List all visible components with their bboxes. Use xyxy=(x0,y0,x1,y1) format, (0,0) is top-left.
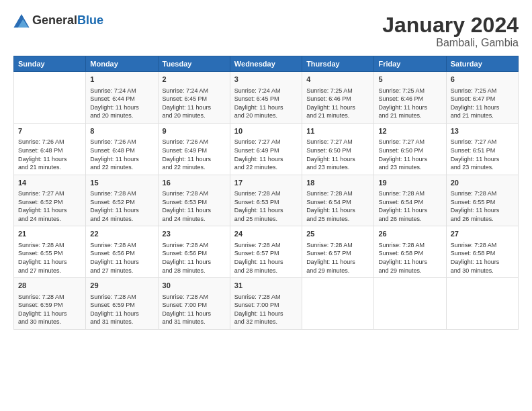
calendar-cell: 23Sunrise: 7:28 AM Sunset: 6:56 PM Dayli… xyxy=(158,226,230,278)
day-info: Sunrise: 7:28 AM Sunset: 6:57 PM Dayligh… xyxy=(306,241,369,275)
day-number: 14 xyxy=(18,178,81,188)
day-info: Sunrise: 7:28 AM Sunset: 6:59 PM Dayligh… xyxy=(18,293,81,326)
logo-blue: Blue xyxy=(77,13,103,27)
day-number: 29 xyxy=(90,281,153,291)
header-monday: Monday xyxy=(86,56,158,72)
header-tuesday: Tuesday xyxy=(158,56,230,72)
calendar-cell: 27Sunrise: 7:28 AM Sunset: 6:58 PM Dayli… xyxy=(446,226,518,278)
header-row: Sunday Monday Tuesday Wednesday Thursday… xyxy=(14,56,519,72)
calendar-cell xyxy=(446,278,518,330)
calendar-cell: 18Sunrise: 7:28 AM Sunset: 6:54 PM Dayli… xyxy=(302,175,374,226)
header-wednesday: Wednesday xyxy=(230,56,302,72)
day-info: Sunrise: 7:28 AM Sunset: 6:55 PM Dayligh… xyxy=(451,189,514,223)
calendar-cell: 19Sunrise: 7:28 AM Sunset: 6:54 PM Dayli… xyxy=(374,175,446,226)
calendar-week-3: 14Sunrise: 7:27 AM Sunset: 6:52 PM Dayli… xyxy=(14,175,519,226)
day-info: Sunrise: 7:28 AM Sunset: 6:58 PM Dayligh… xyxy=(451,241,514,275)
day-number: 1 xyxy=(90,75,153,85)
calendar-table: Sunday Monday Tuesday Wednesday Thursday… xyxy=(13,56,519,330)
calendar-title: January 2024 xyxy=(382,13,519,37)
calendar-cell: 31Sunrise: 7:28 AM Sunset: 7:00 PM Dayli… xyxy=(230,278,302,330)
day-number: 18 xyxy=(306,178,369,188)
logo: GeneralBlue xyxy=(13,13,103,28)
calendar-cell: 12Sunrise: 7:27 AM Sunset: 6:50 PM Dayli… xyxy=(374,123,446,175)
day-info: Sunrise: 7:28 AM Sunset: 7:00 PM Dayligh… xyxy=(234,293,298,326)
header: GeneralBlue January 2024 Bambali, Gambia xyxy=(13,13,519,49)
calendar-week-2: 7Sunrise: 7:26 AM Sunset: 6:48 PM Daylig… xyxy=(14,123,519,175)
day-info: Sunrise: 7:28 AM Sunset: 6:54 PM Dayligh… xyxy=(306,189,369,223)
calendar-week-4: 21Sunrise: 7:28 AM Sunset: 6:55 PM Dayli… xyxy=(14,226,519,278)
day-info: Sunrise: 7:28 AM Sunset: 6:56 PM Dayligh… xyxy=(163,241,226,275)
day-info: Sunrise: 7:24 AM Sunset: 6:45 PM Dayligh… xyxy=(234,87,298,120)
day-number: 24 xyxy=(234,229,298,239)
calendar-cell: 10Sunrise: 7:27 AM Sunset: 6:49 PM Dayli… xyxy=(230,123,302,175)
day-info: Sunrise: 7:26 AM Sunset: 6:48 PM Dayligh… xyxy=(90,138,153,171)
title-block: January 2024 Bambali, Gambia xyxy=(382,13,519,49)
header-thursday: Thursday xyxy=(302,56,374,72)
day-info: Sunrise: 7:27 AM Sunset: 6:51 PM Dayligh… xyxy=(451,138,514,171)
calendar-cell: 11Sunrise: 7:27 AM Sunset: 6:50 PM Dayli… xyxy=(302,123,374,175)
day-info: Sunrise: 7:28 AM Sunset: 6:52 PM Dayligh… xyxy=(90,189,153,223)
calendar-cell: 7Sunrise: 7:26 AM Sunset: 6:48 PM Daylig… xyxy=(14,123,86,175)
calendar-cell: 20Sunrise: 7:28 AM Sunset: 6:55 PM Dayli… xyxy=(446,175,518,226)
day-number: 5 xyxy=(378,75,441,85)
day-number: 12 xyxy=(378,126,441,136)
calendar-body: 1Sunrise: 7:24 AM Sunset: 6:44 PM Daylig… xyxy=(14,72,519,330)
day-number: 21 xyxy=(18,229,81,239)
day-number: 6 xyxy=(451,75,514,85)
calendar-cell: 25Sunrise: 7:28 AM Sunset: 6:57 PM Dayli… xyxy=(302,226,374,278)
day-info: Sunrise: 7:25 AM Sunset: 6:47 PM Dayligh… xyxy=(451,87,514,120)
day-info: Sunrise: 7:28 AM Sunset: 6:58 PM Dayligh… xyxy=(378,241,441,275)
day-number: 27 xyxy=(451,229,514,239)
day-number: 31 xyxy=(234,281,298,291)
calendar-cell: 9Sunrise: 7:26 AM Sunset: 6:49 PM Daylig… xyxy=(158,123,230,175)
calendar-cell: 29Sunrise: 7:28 AM Sunset: 6:59 PM Dayli… xyxy=(86,278,158,330)
header-friday: Friday xyxy=(374,56,446,72)
day-number: 15 xyxy=(90,178,153,188)
day-info: Sunrise: 7:28 AM Sunset: 6:57 PM Dayligh… xyxy=(234,241,298,275)
calendar-cell xyxy=(302,278,374,330)
day-info: Sunrise: 7:26 AM Sunset: 6:48 PM Dayligh… xyxy=(18,138,81,171)
day-info: Sunrise: 7:27 AM Sunset: 6:50 PM Dayligh… xyxy=(306,138,369,171)
day-number: 9 xyxy=(163,126,226,136)
day-number: 30 xyxy=(163,281,226,291)
header-sunday: Sunday xyxy=(14,56,86,72)
calendar-cell: 4Sunrise: 7:25 AM Sunset: 6:46 PM Daylig… xyxy=(302,72,374,124)
day-info: Sunrise: 7:28 AM Sunset: 6:56 PM Dayligh… xyxy=(90,241,153,275)
logo-icon xyxy=(13,14,30,28)
day-info: Sunrise: 7:24 AM Sunset: 6:44 PM Dayligh… xyxy=(90,87,153,120)
calendar-cell: 26Sunrise: 7:28 AM Sunset: 6:58 PM Dayli… xyxy=(374,226,446,278)
day-number: 23 xyxy=(163,229,226,239)
calendar-week-5: 28Sunrise: 7:28 AM Sunset: 6:59 PM Dayli… xyxy=(14,278,519,330)
calendar-cell xyxy=(14,72,86,124)
calendar-cell: 17Sunrise: 7:28 AM Sunset: 6:53 PM Dayli… xyxy=(230,175,302,226)
day-number: 7 xyxy=(18,126,81,136)
calendar-cell: 15Sunrise: 7:28 AM Sunset: 6:52 PM Dayli… xyxy=(86,175,158,226)
day-number: 25 xyxy=(306,229,369,239)
calendar-cell: 3Sunrise: 7:24 AM Sunset: 6:45 PM Daylig… xyxy=(230,72,302,124)
calendar-cell: 30Sunrise: 7:28 AM Sunset: 7:00 PM Dayli… xyxy=(158,278,230,330)
page: GeneralBlue January 2024 Bambali, Gambia… xyxy=(0,0,532,411)
day-number: 22 xyxy=(90,229,153,239)
day-info: Sunrise: 7:28 AM Sunset: 6:55 PM Dayligh… xyxy=(18,241,81,275)
day-number: 28 xyxy=(18,281,81,291)
day-number: 19 xyxy=(378,178,441,188)
day-number: 4 xyxy=(306,75,369,85)
day-info: Sunrise: 7:27 AM Sunset: 6:49 PM Dayligh… xyxy=(234,138,298,171)
day-number: 13 xyxy=(451,126,514,136)
day-info: Sunrise: 7:24 AM Sunset: 6:45 PM Dayligh… xyxy=(163,87,226,120)
calendar-cell: 13Sunrise: 7:27 AM Sunset: 6:51 PM Dayli… xyxy=(446,123,518,175)
day-number: 16 xyxy=(163,178,226,188)
calendar-week-1: 1Sunrise: 7:24 AM Sunset: 6:44 PM Daylig… xyxy=(14,72,519,124)
day-info: Sunrise: 7:25 AM Sunset: 6:46 PM Dayligh… xyxy=(378,87,441,120)
calendar-cell: 24Sunrise: 7:28 AM Sunset: 6:57 PM Dayli… xyxy=(230,226,302,278)
header-saturday: Saturday xyxy=(446,56,518,72)
day-number: 17 xyxy=(234,178,298,188)
calendar-cell: 1Sunrise: 7:24 AM Sunset: 6:44 PM Daylig… xyxy=(86,72,158,124)
calendar-cell: 6Sunrise: 7:25 AM Sunset: 6:47 PM Daylig… xyxy=(446,72,518,124)
day-info: Sunrise: 7:27 AM Sunset: 6:50 PM Dayligh… xyxy=(378,138,441,171)
logo-general: General xyxy=(32,13,77,27)
calendar-subtitle: Bambali, Gambia xyxy=(382,37,519,49)
day-info: Sunrise: 7:28 AM Sunset: 6:53 PM Dayligh… xyxy=(163,189,226,223)
calendar-cell xyxy=(374,278,446,330)
day-number: 3 xyxy=(234,75,298,85)
